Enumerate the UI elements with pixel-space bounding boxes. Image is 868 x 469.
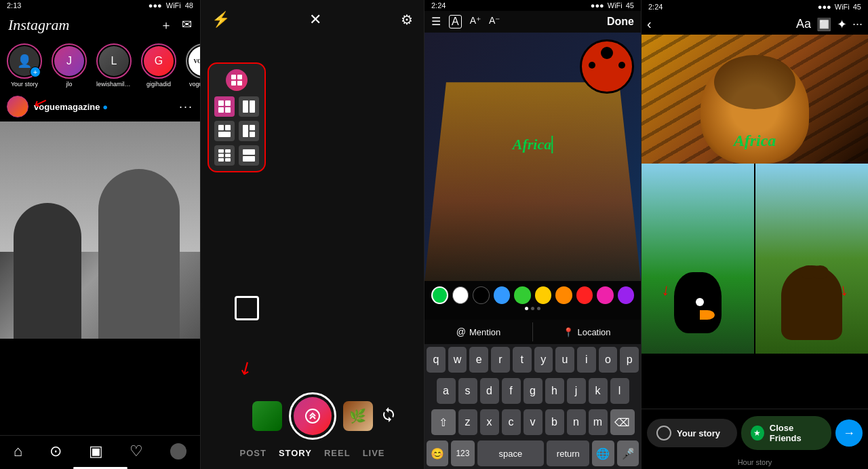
key-o[interactable]: o [599, 347, 618, 373]
layout-4grid[interactable] [214, 96, 235, 117]
key-l[interactable]: l [610, 378, 629, 404]
key-x[interactable]: x [480, 409, 499, 435]
profile-icon[interactable] [170, 443, 186, 459]
sticker-icon[interactable]: 🔲 [816, 17, 831, 32]
key-g[interactable]: g [524, 378, 542, 404]
color-purple[interactable] [618, 286, 634, 304]
text-size-down[interactable]: A⁻ [489, 15, 500, 29]
story-item-hamilton[interactable]: L lewishamilton [95, 43, 133, 88]
key-k[interactable]: k [589, 378, 608, 404]
layout-picker [208, 62, 266, 172]
key-a[interactable]: a [437, 378, 456, 404]
key-p[interactable]: p [620, 347, 639, 373]
keyboard-row-4: 😊 123 space return 🌐 🎤 [425, 438, 641, 469]
refresh-icon[interactable] [380, 407, 397, 426]
key-globe[interactable]: 🌐 [592, 440, 614, 466]
key-shift[interactable]: ⇧ [431, 409, 456, 435]
layout-two-halves[interactable] [239, 96, 259, 117]
color-red[interactable] [576, 286, 593, 304]
color-orange[interactable] [555, 286, 572, 304]
your-story-button[interactable]: Your story [647, 419, 737, 447]
close-friends-button[interactable]: ★ Close Friends [741, 416, 831, 450]
layout-grid-4[interactable] [214, 121, 235, 141]
layout-vertical-split[interactable] [239, 121, 259, 141]
new-post-icon[interactable]: ＋ [160, 17, 172, 33]
key-numbers[interactable]: 123 [451, 440, 474, 466]
key-mic[interactable]: 🎤 [617, 440, 639, 466]
gear-icon[interactable]: ⚙ [401, 12, 413, 28]
color-yellow[interactable] [535, 286, 551, 304]
key-emoji[interactable]: 😊 [427, 440, 448, 466]
dest-footer: Your story ★ Close Friends → [642, 409, 868, 457]
capture-button[interactable] [289, 392, 336, 440]
color-pink[interactable] [597, 286, 613, 304]
key-r[interactable]: r [491, 347, 510, 373]
align-tool[interactable]: ☰ [431, 15, 441, 29]
mode-story[interactable]: STORY [279, 448, 312, 458]
svg-rect-9 [250, 100, 255, 113]
add-story-btn[interactable]: + [30, 67, 41, 77]
color-green[interactable] [431, 286, 448, 304]
reels-icon[interactable]: ▣ [89, 443, 103, 460]
key-c[interactable]: c [502, 409, 521, 435]
key-s[interactable]: s [458, 378, 477, 404]
story-item-yours[interactable]: 👤 + Your story [5, 43, 43, 88]
more-options-icon[interactable]: ··· [852, 17, 863, 32]
color-page-indicators [431, 307, 634, 310]
color-green2[interactable] [514, 286, 530, 304]
next-button[interactable]: → [835, 419, 863, 447]
key-h[interactable]: h [545, 378, 564, 404]
search-icon[interactable]: ⊙ [50, 443, 62, 460]
mode-live[interactable]: LIVE [363, 448, 385, 458]
direct-icon[interactable]: ✉ [182, 17, 192, 33]
key-b[interactable]: b [545, 409, 564, 435]
flash-disabled-icon[interactable]: ⚡ [212, 11, 230, 29]
home-icon[interactable]: ⌂ [14, 443, 22, 460]
text-size-up[interactable]: A⁺ [470, 15, 481, 29]
location-button[interactable]: 📍 Location [533, 322, 641, 341]
color-white[interactable] [452, 286, 469, 304]
key-t[interactable]: t [513, 347, 532, 373]
key-e[interactable]: e [469, 347, 488, 373]
story-item-gigi[interactable]: G gigihadid [140, 43, 178, 88]
mention-button[interactable]: @ Mention [425, 322, 533, 341]
gallery-thumb-2[interactable]: 🌿 [343, 401, 373, 431]
likes-icon[interactable]: ♡ [130, 443, 143, 460]
text-tool-icon[interactable]: Aa [796, 17, 811, 32]
color-black[interactable] [473, 286, 490, 304]
story-username-gigi: gigihadid [141, 81, 176, 88]
color-blue[interactable] [494, 286, 510, 304]
dest-header-icons: Aa 🔲 ✦ ··· [796, 17, 863, 32]
key-u[interactable]: u [555, 347, 574, 373]
key-y[interactable]: y [534, 347, 553, 373]
done-button[interactable]: Done [607, 16, 634, 28]
svg-rect-4 [218, 100, 224, 106]
close-button[interactable]: ✕ [309, 11, 321, 29]
key-f[interactable]: f [502, 378, 521, 404]
story-item-jlo[interactable]: J jlo [50, 43, 88, 88]
key-m[interactable]: m [589, 409, 608, 435]
post-more-icon[interactable]: ··· [179, 100, 193, 114]
layout-6grid[interactable] [214, 145, 235, 166]
key-return[interactable]: return [547, 440, 589, 466]
back-button[interactable]: ‹ [647, 16, 652, 32]
key-i[interactable]: i [577, 347, 596, 373]
key-d[interactable]: d [480, 378, 499, 404]
key-backspace[interactable]: ⌫ [610, 409, 635, 435]
key-z[interactable]: z [458, 409, 477, 435]
gallery-thumb-1[interactable] [252, 401, 282, 431]
mode-reel[interactable]: REEL [324, 448, 351, 458]
key-space[interactable]: space [477, 440, 545, 466]
mode-post[interactable]: POST [239, 448, 266, 458]
key-q[interactable]: q [427, 347, 446, 373]
key-j[interactable]: j [567, 378, 586, 404]
story-item-vogue[interactable]: VOGUE voguemag [184, 43, 200, 88]
effects-icon[interactable]: ✦ [837, 17, 847, 32]
editor-signal: ●●● [591, 1, 604, 10]
layout-horizontal-split[interactable] [239, 145, 259, 166]
key-v[interactable]: v [524, 409, 542, 435]
text-style-a[interactable]: A [449, 15, 462, 29]
svg-rect-22 [243, 149, 255, 155]
key-w[interactable]: w [448, 347, 467, 373]
key-n[interactable]: n [567, 409, 586, 435]
